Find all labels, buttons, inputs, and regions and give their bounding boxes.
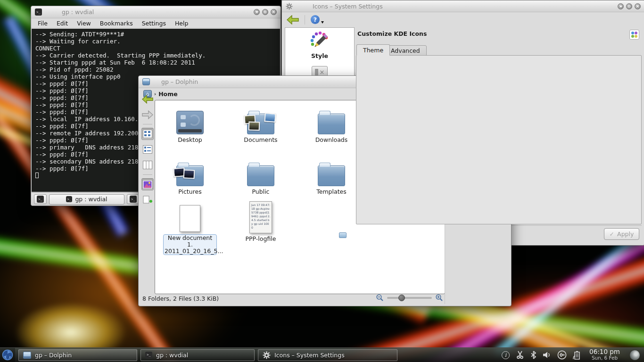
sidebar-item-style-label: Style [285, 52, 354, 59]
bluetooth-icon[interactable] [530, 351, 537, 359]
details-view-button[interactable] [141, 143, 154, 156]
file-tile-ppp-logfile[interactable]: Jan 17 09:47:18 gp-Aspire-5738 pppd[1946… [235, 198, 287, 242]
zoom-in-icon[interactable] [435, 294, 443, 302]
stray-image-icon [339, 232, 347, 238]
konsole-window-title: gp : wvdial [62, 8, 94, 16]
theme-tab-panel [356, 55, 642, 224]
zoom-slider[interactable] [387, 297, 432, 299]
wrench-icon: ✕ [320, 69, 325, 76]
text-file-icon: Jan 17 09:47:18 gp-Aspire-5738 pppd[1946… [249, 201, 272, 233]
back-icon[interactable] [287, 15, 299, 25]
terminal-cursor [35, 173, 39, 178]
volume-icon[interactable] [543, 351, 551, 359]
menu-file[interactable]: File [38, 20, 48, 27]
columns-view-button[interactable] [141, 159, 154, 171]
tile-label: Documents [235, 137, 287, 143]
columns-view-icon [143, 161, 152, 169]
terminal-tab[interactable]: >_ gp : wvdial [49, 194, 124, 205]
back-button[interactable] [141, 93, 154, 105]
dolphin-icon [23, 352, 31, 359]
zoom-slider-handle[interactable] [398, 295, 405, 301]
klipper-scissors-icon[interactable] [516, 351, 524, 359]
minimize-button[interactable] [254, 9, 260, 15]
maximize-button[interactable] [626, 3, 632, 9]
divider [143, 124, 152, 124]
maximize-button[interactable] [262, 9, 268, 15]
breadcrumb-home[interactable]: Home [158, 90, 178, 98]
menu-settings[interactable]: Settings [142, 20, 166, 27]
usb-device-icon[interactable] [557, 350, 567, 360]
minimize-button[interactable] [618, 3, 624, 9]
icons-view-icon [143, 130, 152, 138]
panel-toolbox-cashew-icon[interactable] [630, 350, 640, 360]
tab-advanced[interactable]: Advanced [384, 45, 427, 56]
menu-bookmarks[interactable]: Bookmarks [100, 20, 133, 27]
apply-button[interactable]: ✓ Apply [604, 228, 639, 240]
close-button[interactable]: × [635, 3, 641, 9]
split-view-button[interactable] [141, 194, 154, 206]
device-icon [315, 69, 318, 75]
close-button[interactable]: × [271, 9, 277, 15]
file-tile-new-document[interactable]: New document 1. 2011_01_20_16_5... [163, 202, 217, 255]
folder-icon [318, 114, 345, 134]
task-konsole[interactable]: >_ gp : wvdial [140, 349, 255, 361]
tab-theme[interactable]: Theme [356, 44, 390, 56]
file-tile-templates[interactable]: Templates [305, 156, 357, 195]
blank-file-icon [180, 205, 200, 232]
task-dolphin[interactable]: gp – Dolphin [18, 349, 137, 361]
clock[interactable]: 06:10 pm Sun, 6 Feb [589, 349, 620, 361]
tile-label: Pictures [164, 189, 216, 195]
split-tab-button[interactable]: >_ [127, 194, 140, 204]
file-tile-downloads[interactable]: Downloads [305, 104, 357, 143]
terminal-icon: >_ [66, 196, 72, 202]
dolphin-window-title: gp – Dolphin [161, 78, 198, 85]
menu-help[interactable]: Help [175, 20, 189, 27]
task-label: gp – Dolphin [35, 352, 72, 359]
terminal-tab-label: gp : wvdial [75, 196, 107, 203]
file-tile-documents[interactable]: Documents [235, 104, 287, 143]
folder-icon [247, 165, 274, 186]
details-view-icon [143, 145, 152, 154]
dolphin-statusbar: 8 Folders, 2 Files (3.3 KiB) [142, 293, 445, 304]
icons-view-button[interactable] [141, 128, 154, 140]
application-launcher-button[interactable] [0, 348, 15, 362]
sidebar-item-style[interactable]: Style [285, 28, 354, 59]
tab-advanced-label: Advanced [391, 47, 420, 54]
forward-icon [142, 110, 153, 119]
system-settings-toolbar: ? [282, 12, 644, 27]
forward-button[interactable] [141, 108, 154, 121]
folder-icon [318, 165, 345, 186]
tile-label: Downloads [305, 137, 357, 143]
file-tile-public[interactable]: Public [235, 156, 287, 195]
desktop-folder-icon [176, 111, 204, 134]
documents-folder-icon [247, 114, 274, 134]
text-file-preview: Jan 17 09:47:18 gp-Aspire-5738 pppd[1946… [250, 202, 272, 230]
help-icon: ? [311, 15, 320, 24]
terminal-icon: >_ [35, 8, 42, 16]
system-settings-titlebar[interactable]: Icons – System Settings × [282, 0, 644, 12]
task-system-settings[interactable]: Icons – System Settings [258, 349, 397, 361]
preview-button[interactable] [141, 178, 154, 190]
dolphin-icon [142, 78, 150, 85]
battery-icon[interactable] [573, 351, 580, 360]
tile-label: PPP-logfile [235, 236, 287, 242]
gear-icon [286, 3, 293, 10]
file-tile-desktop[interactable]: Desktop [164, 104, 216, 143]
overview-grid-icon[interactable] [629, 30, 639, 40]
check-icon: ✓ [610, 230, 614, 238]
file-tile-pictures[interactable]: Pictures [164, 156, 216, 195]
zoom-out-icon[interactable] [376, 294, 384, 302]
menu-view[interactable]: View [77, 20, 91, 27]
konsole-titlebar[interactable]: >_ gp : wvdial × [31, 6, 281, 18]
terminal-icon: >_ [145, 352, 152, 359]
menu-edit[interactable]: Edit [57, 20, 68, 27]
task-label: Icons – System Settings [274, 352, 345, 359]
page-title: Customize KDE Icons [357, 30, 427, 37]
help-button[interactable]: ? [311, 15, 320, 24]
chevron-down-icon [321, 21, 324, 25]
terminal-icon: >_ [37, 196, 44, 203]
new-tab-button[interactable]: >_ [34, 194, 47, 204]
divider [143, 174, 152, 175]
tile-label: Templates [305, 189, 357, 195]
notifications-icon[interactable]: i [502, 351, 510, 359]
